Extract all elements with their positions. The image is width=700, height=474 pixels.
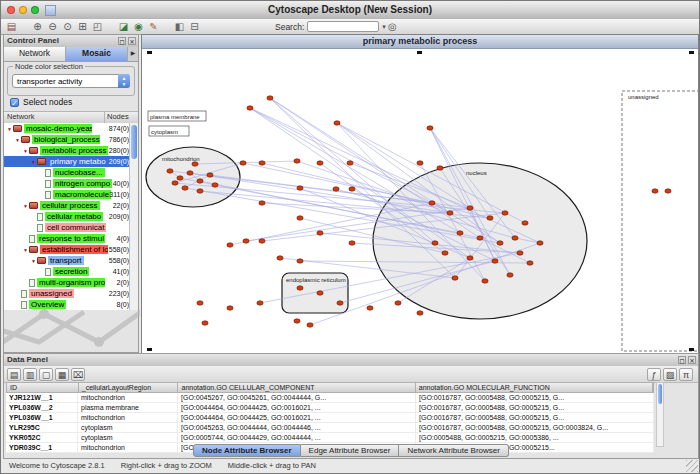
network-node[interactable] bbox=[522, 221, 528, 225]
close-panel-icon[interactable]: ✕ bbox=[128, 37, 136, 45]
delete-attribute-icon[interactable]: ⌧ bbox=[71, 368, 85, 381]
network-node[interactable] bbox=[317, 291, 323, 295]
network-node[interactable] bbox=[172, 181, 178, 185]
network-canvas[interactable]: plasma membranecytoplasmmitochondrionnuc… bbox=[142, 49, 698, 353]
tree-item-establishment-of-lo[interactable]: ▼establishment of lo558(0) bbox=[4, 244, 131, 255]
layout-icon[interactable]: ⊟ bbox=[188, 21, 201, 33]
tree-item-metabolic-process[interactable]: ▼metabolic process280(0) bbox=[4, 145, 131, 156]
hide-selected-icon[interactable]: ◪ bbox=[117, 21, 130, 33]
tree-item-multi-organism-pro[interactable]: multi-organism pro2(0) bbox=[4, 277, 131, 288]
float-panel-icon[interactable]: ◻ bbox=[678, 356, 686, 364]
close-panel-icon[interactable]: ✕ bbox=[688, 356, 696, 364]
column-layout-icon[interactable]: ▦ bbox=[55, 368, 69, 381]
network-node[interactable] bbox=[294, 319, 300, 323]
network-node[interactable] bbox=[202, 321, 208, 325]
tree-item-biological-process[interactable]: ▼biological_process786(0) bbox=[4, 134, 131, 145]
network-node[interactable] bbox=[240, 161, 246, 165]
tree-scrollbar[interactable] bbox=[129, 123, 138, 310]
tree-item-transport[interactable]: ▼transport558(0) bbox=[4, 255, 131, 266]
tree-item-cellular-process[interactable]: ▼cellular process22(0) bbox=[4, 200, 131, 211]
minimize-window-button[interactable] bbox=[19, 6, 27, 14]
network-node[interactable] bbox=[307, 323, 313, 327]
network-node[interactable] bbox=[477, 236, 483, 240]
network-node[interactable] bbox=[297, 286, 303, 290]
resize-grip-icon[interactable] bbox=[686, 460, 698, 472]
network-node[interactable] bbox=[467, 256, 473, 260]
expander-icon[interactable]: ▼ bbox=[22, 247, 29, 253]
network-node[interactable] bbox=[227, 306, 233, 310]
network-node[interactable] bbox=[197, 189, 203, 193]
expander-icon[interactable]: ▼ bbox=[22, 203, 29, 209]
network-node[interactable] bbox=[167, 169, 173, 173]
network-node[interactable] bbox=[652, 189, 658, 193]
network-node[interactable] bbox=[297, 186, 303, 190]
tree-item-secretion[interactable]: secretion41(0) bbox=[4, 266, 131, 277]
network-node[interactable] bbox=[395, 301, 401, 305]
network-node[interactable] bbox=[259, 201, 265, 205]
network-node[interactable] bbox=[187, 171, 193, 175]
network-node[interactable] bbox=[367, 306, 373, 310]
network-node[interactable] bbox=[267, 96, 273, 100]
marquee-zoom-icon[interactable]: ◰ bbox=[91, 21, 104, 33]
tree-item-nucleobase[interactable]: nucleobase... bbox=[4, 167, 131, 178]
network-node[interactable] bbox=[297, 216, 303, 220]
save-session-icon[interactable]: ▤ bbox=[5, 21, 18, 33]
network-node[interactable] bbox=[349, 241, 355, 245]
network-node[interactable] bbox=[317, 231, 323, 235]
tree-item-cellular-metabo[interactable]: cellular metabo209(0) bbox=[4, 211, 131, 222]
network-node[interactable] bbox=[447, 211, 453, 215]
network-node[interactable] bbox=[502, 211, 508, 215]
select-attributes-icon[interactable]: ▤ bbox=[7, 368, 21, 381]
tab-network[interactable]: Network bbox=[4, 47, 66, 61]
network-node[interactable] bbox=[512, 236, 518, 240]
tree-item-unassigned[interactable]: unassigned223(0) bbox=[4, 288, 131, 299]
network-node[interactable] bbox=[227, 243, 233, 247]
tree-item-macromolecule[interactable]: macromolecule311(0) bbox=[4, 189, 131, 200]
network-node[interactable] bbox=[333, 187, 339, 191]
pi-icon[interactable]: π bbox=[679, 368, 693, 381]
network-node[interactable] bbox=[417, 161, 423, 165]
network-node[interactable] bbox=[259, 161, 265, 165]
table-row[interactable]: YKR052Ccytoplasm[GO:0005744, GO:0044429,… bbox=[6, 433, 654, 443]
zoom-in-icon[interactable]: ⊕ bbox=[31, 21, 44, 33]
table-row[interactable]: YJR121W__1mitochondrion[GO:0045267, GO:0… bbox=[6, 393, 654, 403]
network-node[interactable] bbox=[349, 187, 355, 191]
tree-item-response-to-stimul[interactable]: response to stimul4(0) bbox=[4, 233, 131, 244]
network-node[interactable] bbox=[452, 276, 458, 280]
network-node[interactable] bbox=[482, 279, 488, 283]
import-attributes-icon[interactable]: ▨ bbox=[663, 368, 677, 381]
network-node[interactable] bbox=[427, 126, 433, 130]
network-node[interactable] bbox=[257, 301, 263, 305]
tab-node-attribute-browser[interactable]: Node Attribute Browser bbox=[193, 444, 301, 457]
float-panel-icon[interactable]: ◻ bbox=[118, 37, 126, 45]
network-node[interactable] bbox=[192, 162, 198, 166]
network-node[interactable] bbox=[247, 106, 253, 110]
zoom-out-icon[interactable]: ⊖ bbox=[46, 21, 59, 33]
network-node[interactable] bbox=[527, 261, 533, 265]
network-node[interactable] bbox=[417, 311, 423, 315]
expander-icon[interactable]: ▼ bbox=[30, 159, 37, 165]
expander-icon[interactable]: ▼ bbox=[14, 137, 21, 143]
zoom-selected-icon[interactable]: ⊙ bbox=[61, 21, 74, 33]
copy-attribute-icon[interactable]: ▢ bbox=[39, 368, 53, 381]
expander-icon[interactable]: ▼ bbox=[22, 148, 29, 154]
network-node[interactable] bbox=[197, 179, 203, 183]
column-header-annotation-go-cellular-component[interactable]: annotation.GO CELLULAR_COMPONENT bbox=[178, 383, 415, 392]
table-scrollbar[interactable] bbox=[656, 382, 664, 447]
select-nodes-checkbox[interactable]: ✓ bbox=[10, 98, 19, 107]
zoom-window-button[interactable] bbox=[31, 6, 39, 14]
tab-edge-attribute-browser[interactable]: Edge Attribute Browser bbox=[301, 444, 400, 457]
zoom-fit-icon[interactable]: ⊞ bbox=[76, 21, 89, 33]
tree-item-nitrogen-compo[interactable]: nitrogen compo40(0) bbox=[4, 178, 131, 189]
table-row[interactable]: YPL036W__2plasma membrane[GO:0044464, GO… bbox=[6, 403, 654, 413]
network-node[interactable] bbox=[177, 176, 183, 180]
tree-item-primary-metabo[interactable]: ▼primary metabo209(0) bbox=[4, 156, 131, 167]
network-node[interactable] bbox=[487, 216, 493, 220]
table-row[interactable]: YLR295Ccytoplasm[GO:0045263, GO:0044444,… bbox=[6, 423, 654, 433]
network-node[interactable] bbox=[317, 161, 323, 165]
network-node[interactable] bbox=[297, 259, 303, 263]
enhanced-search-icon[interactable]: ◎ bbox=[386, 21, 399, 33]
network-node[interactable] bbox=[467, 206, 473, 210]
expander-icon[interactable]: ▼ bbox=[6, 126, 13, 132]
tree-item-cell-communicat[interactable]: cell communicat bbox=[4, 222, 131, 233]
